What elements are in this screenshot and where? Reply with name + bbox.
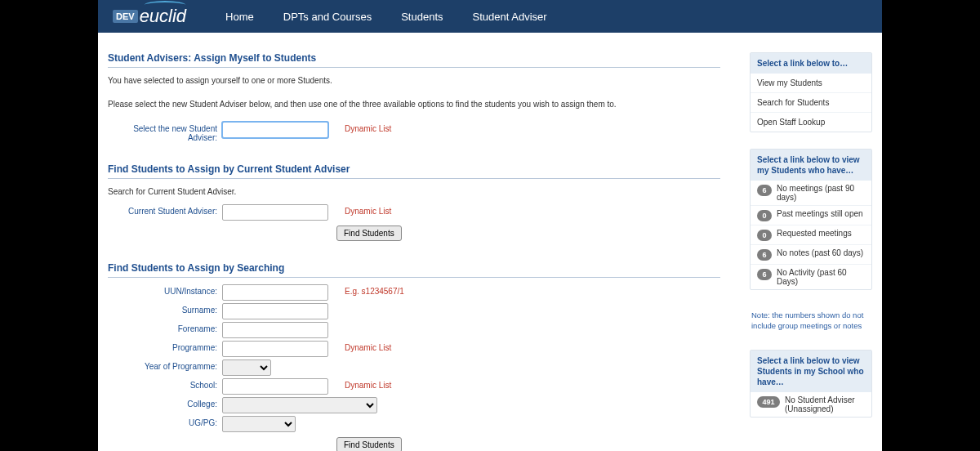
find-students-button-2[interactable]: Find Students [336, 437, 402, 451]
main-content: Student Advisers: Assign Myself to Stude… [108, 52, 727, 451]
select-new-adviser-label: Select the new Student Adviser: [108, 122, 222, 142]
logo-dev-badge: DEV [113, 10, 138, 23]
link-view-my-students[interactable]: View my Students [751, 74, 871, 92]
intro-line-1: You have selected to assign yourself to … [108, 74, 720, 87]
count-label: Requested meetings [777, 229, 852, 238]
current-adviser-label: Current Student Adviser: [108, 204, 222, 216]
school-label: School: [108, 378, 222, 390]
uun-label: UUN/Instance: [108, 284, 222, 296]
count-label: Past meetings still open [777, 209, 863, 218]
find-by-search-title: Find Students to Assign by Searching [108, 262, 720, 278]
forename-label: Forename: [108, 322, 222, 333]
yop-select[interactable] [222, 359, 271, 376]
count-badge: 6 [757, 269, 772, 280]
item-no-adviser[interactable]: 491 No Student Adviser (Unassigned) [751, 392, 871, 417]
item-past-meetings-open[interactable]: 0 Past meetings still open [751, 205, 871, 225]
select-new-adviser-input[interactable] [222, 122, 328, 138]
surname-label: Surname: [108, 303, 222, 315]
ugpg-label: UG/PG: [108, 416, 222, 427]
uun-input[interactable] [222, 284, 328, 301]
nav-dpts-courses[interactable]: DPTs and Courses [269, 11, 386, 23]
nav-student-adviser[interactable]: Student Adviser [458, 11, 562, 23]
find-by-adviser-desc: Search for Current Student Adviser. [108, 185, 720, 198]
select-new-adviser-hint: Dynamic List [345, 122, 391, 133]
count-label: No Activity (past 60 Days) [777, 268, 865, 286]
item-no-meetings[interactable]: 6 No meetings (past 90 days) [751, 181, 871, 205]
link-open-staff-lookup[interactable]: Open Staff Lookup [751, 112, 871, 132]
yop-label: Year of Programme: [108, 359, 222, 371]
side-panel-2-head: Select a link below to view my Students … [751, 150, 871, 181]
programme-hint: Dynamic List [345, 341, 391, 352]
college-select[interactable] [222, 397, 377, 413]
count-badge: 491 [757, 396, 780, 408]
current-adviser-hint: Dynamic List [345, 204, 391, 216]
count-badge: 0 [757, 210, 772, 221]
school-hint: Dynamic List [345, 378, 391, 390]
nav-students[interactable]: Students [386, 11, 457, 23]
count-label: No Student Adviser (Unassigned) [785, 395, 865, 413]
count-label: No meetings (past 90 days) [777, 184, 865, 202]
item-no-activity[interactable]: 6 No Activity (past 60 Days) [751, 264, 871, 289]
top-nav-bar: DEV euclid Home DPTs and Courses Student… [98, 0, 882, 33]
nav-home[interactable]: Home [211, 11, 269, 23]
count-badge: 6 [757, 185, 772, 196]
side-panel-3-head: Select a link below to view Students in … [751, 351, 871, 392]
side-panel-school-students: Select a link below to view Students in … [750, 350, 872, 418]
side-panel-my-students: Select a link below to view my Students … [750, 149, 872, 290]
forename-input[interactable] [222, 322, 328, 338]
count-badge: 6 [757, 249, 772, 261]
uun-hint: E.g. s1234567/1 [345, 284, 404, 296]
count-badge: 0 [757, 230, 772, 241]
intro-line-2: Please select the new Student Adviser be… [108, 98, 720, 110]
page-title: Student Advisers: Assign Myself to Stude… [108, 52, 720, 68]
item-requested-meetings[interactable]: 0 Requested meetings [751, 225, 871, 244]
school-input[interactable] [222, 378, 328, 395]
side-panel-1-head: Select a link below to… [751, 53, 871, 74]
logo-text: euclid [140, 6, 186, 27]
find-by-adviser-title: Find Students to Assign by Current Stude… [108, 163, 720, 179]
logo-swoosh-icon [145, 1, 185, 9]
sidebar: Select a link below to… View my Students… [750, 52, 872, 451]
surname-input[interactable] [222, 303, 328, 319]
ugpg-select[interactable] [222, 416, 296, 432]
link-search-students[interactable]: Search for Students [751, 92, 871, 112]
find-students-button-1[interactable]: Find Students [336, 226, 402, 241]
item-no-notes[interactable]: 6 No notes (past 60 days) [751, 244, 871, 264]
college-label: College: [108, 397, 222, 409]
current-adviser-input[interactable] [222, 204, 328, 221]
programme-input[interactable] [222, 341, 328, 357]
programme-label: Programme: [108, 341, 222, 352]
side-note: Note: the numbers shown do not include g… [750, 306, 872, 335]
logo[interactable]: DEV euclid [113, 6, 186, 27]
count-label: No notes (past 60 days) [777, 248, 863, 257]
side-panel-links: Select a link below to… View my Students… [750, 52, 872, 132]
